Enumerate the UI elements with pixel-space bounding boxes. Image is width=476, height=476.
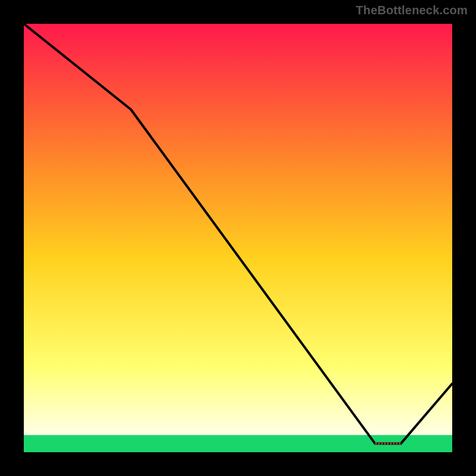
heat-gradient xyxy=(24,24,452,452)
bottleneck-chart xyxy=(24,24,452,452)
attribution-text: TheBottleneck.com xyxy=(356,4,468,17)
